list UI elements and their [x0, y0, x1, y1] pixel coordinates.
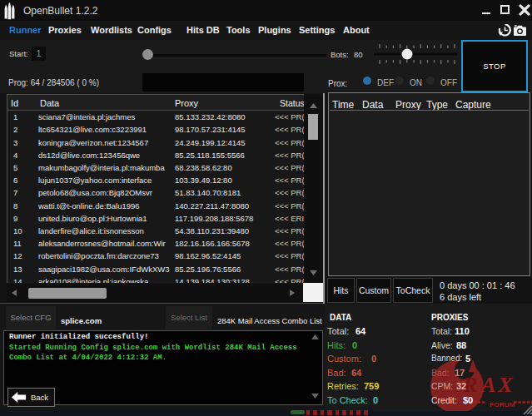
svg-text:FORUM: FORUM — [490, 401, 515, 409]
svg-text:AX: AX — [480, 373, 515, 397]
